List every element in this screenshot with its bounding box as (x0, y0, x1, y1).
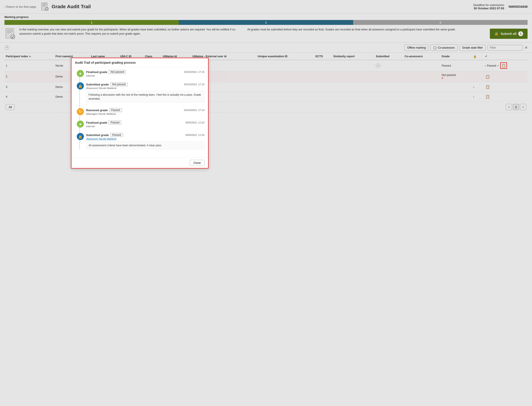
modal-title: Audit Trail of participant grading proce… (75, 61, 136, 64)
finalised-icon-1: ★ (77, 70, 84, 77)
audit-trail-modal: Audit Trail of participant grading proce… (71, 58, 209, 113)
timeline-action-2: Submitted grade (86, 83, 109, 86)
timeline-date-2: 04/10/2022, 17:15 (184, 83, 205, 86)
timeline-title-row-3: Removed grade Passed (86, 108, 122, 112)
timeline-title-row-2: Submitted grade Not passed (86, 82, 128, 86)
timeline-content-1: Finalised grade Not passed 04/10/2022, 1… (86, 70, 205, 77)
timeline-item: 🔒 Submitted grade Not passed 04/10/2022,… (86, 82, 205, 103)
timeline-action-3: Removed grade (86, 109, 108, 112)
timeline-date-3: 04/10/2022, 17:13 (184, 109, 205, 111)
timeline-item: ↻ Removed grade Passed 04/10/2022, 17:13… (86, 108, 205, 113)
timeline-content-2: Submitted grade Not passed 04/10/2022, 1… (86, 82, 205, 103)
timeline-sub-1: Internal (86, 74, 205, 77)
modal-body: ★ Finalised grade Not passed 04/10/2022,… (71, 67, 208, 113)
timeline-top-3: Removed grade Passed 04/10/2022, 17:13 (86, 108, 205, 112)
timeline-action-1: Finalised grade (86, 70, 107, 74)
removed-icon: ↻ (77, 108, 84, 113)
modal-overlay: Audit Trail of participant grading proce… (0, 0, 532, 113)
timeline-note-2: Following a discussion with the rest of … (86, 91, 205, 103)
timeline-title-row-1: Finalised grade Not passed (86, 70, 126, 74)
timeline-sub-2: (Assessor) Nicole Waldock (86, 87, 205, 89)
timeline-top-1: Finalised grade Not passed 04/10/2022, 1… (86, 70, 205, 74)
audit-timeline: ★ Finalised grade Not passed 04/10/2022,… (75, 70, 205, 113)
timeline-content-3: Removed grade Passed 04/10/2022, 17:13 (… (86, 108, 205, 113)
grade-badge-1: Not passed (108, 70, 126, 74)
modal-header: Audit Trail of participant grading proce… (71, 58, 208, 67)
timeline-date-1: 04/10/2022, 17:15 (184, 71, 205, 73)
grade-badge-2: Not passed (110, 82, 128, 86)
timeline-item: ★ Finalised grade Not passed 04/10/2022,… (86, 70, 205, 77)
timeline-top-2: Submitted grade Not passed 04/10/2022, 1… (86, 82, 205, 86)
submitted-icon-1: 🔒 (77, 82, 84, 89)
grade-badge-3: Passed (109, 108, 122, 112)
